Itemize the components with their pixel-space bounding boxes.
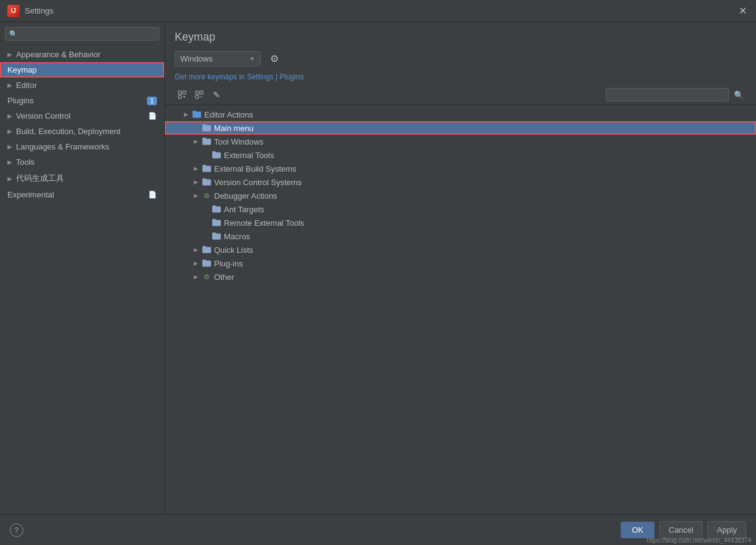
folder-icon: [212, 150, 221, 160]
tree-item-version-control-sys[interactable]: ▶ Version Control Systems: [165, 175, 756, 189]
sidebar-item-build[interactable]: ▶ Build, Execution, Deployment: [0, 124, 164, 139]
content-area: Keymap Windows ▼ ⚙ Get more keymaps in S…: [165, 22, 756, 514]
sidebar-item-plugins[interactable]: Plugins 1: [0, 93, 164, 108]
tree-item-label: External Build Systems: [214, 164, 296, 173]
tree-item-remote-external[interactable]: ▶ Remote External Tools: [165, 216, 756, 229]
vc-icon: 📄: [148, 112, 157, 120]
folder-icon: [202, 258, 212, 268]
keymap-plugins-link[interactable]: Get more keymaps in Settings | Plugins: [175, 73, 304, 81]
tree-arrow-icon: ▶: [192, 165, 199, 172]
sidebar-item-label: Plugins: [7, 96, 34, 105]
sidebar-item-label: Build, Execution, Deployment: [16, 127, 121, 136]
tree-item-plug-ins[interactable]: ▶ Plug-ins: [165, 257, 756, 270]
apply-button[interactable]: Apply: [707, 521, 746, 539]
svg-rect-1: [183, 91, 186, 94]
tree-arrow-icon: ▶: [192, 247, 199, 253]
folder-icon: [202, 137, 212, 146]
tree-arrow-icon: ▶: [192, 179, 199, 185]
help-button[interactable]: ?: [10, 523, 23, 537]
sidebar-item-version-control[interactable]: ▶ Version Control 📄: [0, 108, 164, 124]
svg-rect-6: [200, 91, 203, 94]
tree-item-tool-windows[interactable]: ▶ Tool Windows: [165, 135, 756, 148]
title-bar: IJ Settings ✕: [0, 0, 756, 22]
tree-item-main-menu[interactable]: ▶ Main menu: [165, 121, 756, 135]
content-header: Keymap Windows ▼ ⚙ Get more keymaps in S…: [165, 22, 756, 85]
bottom-left: ?: [10, 523, 23, 537]
tree-item-label: Plug-ins: [214, 259, 243, 268]
sidebar-item-editor[interactable]: ▶ Editor: [0, 78, 164, 93]
experimental-icon: 📄: [148, 191, 157, 199]
tree-arrow-icon: ▶: [192, 193, 199, 199]
folder-icon: [202, 164, 212, 173]
tree-item-label: Remote External Tools: [224, 218, 304, 228]
tree-item-external-tools[interactable]: ▶ External Tools: [165, 148, 756, 162]
tree-item-label: Debugger Actions: [214, 191, 277, 201]
arrow-icon: ▶: [7, 128, 12, 135]
tree-item-debugger-actions[interactable]: ▶ ⚙ Debugger Actions: [165, 189, 756, 202]
folder-icon: [202, 177, 212, 187]
sidebar-item-tools[interactable]: ▶ Tools: [0, 154, 164, 170]
sidebar-search-input[interactable]: [20, 30, 155, 38]
tree-item-label: Tool Windows: [214, 137, 263, 146]
ok-button[interactable]: OK: [621, 522, 655, 538]
keymap-settings-button[interactable]: ⚙: [266, 50, 283, 67]
plugins-badge: 1: [147, 97, 157, 105]
cancel-button[interactable]: Cancel: [659, 521, 702, 539]
sidebar-item-codegen[interactable]: ▶ 代码生成工具: [0, 170, 164, 187]
edit-button[interactable]: ✎: [209, 87, 224, 102]
bottom-bar: ? OK Cancel Apply: [0, 514, 756, 545]
arrow-icon: ▶: [7, 51, 12, 58]
svg-rect-5: [196, 91, 199, 94]
keymap-dropdown[interactable]: Windows ▼: [175, 51, 261, 66]
arrow-icon: ▶: [7, 113, 12, 119]
sidebar-item-keymap[interactable]: Keymap: [0, 62, 164, 78]
window-title: Settings: [25, 6, 54, 15]
tree-item-label: Editor Actions: [204, 110, 253, 119]
keymap-search-button[interactable]: 🔍: [731, 87, 746, 102]
sidebar-item-languages[interactable]: ▶ Languages & Frameworks: [0, 139, 164, 154]
tree-item-quick-lists[interactable]: ▶ Quick Lists: [165, 243, 756, 257]
tree-item-ant-targets[interactable]: ▶ Ant Targets: [165, 202, 756, 216]
tree-arrow-icon: ▶: [192, 274, 199, 280]
sidebar-item-experimental[interactable]: Experimental 📄: [0, 187, 164, 202]
tree-area: ▶ Editor Actions ▶ Main menu: [165, 105, 756, 514]
watermark-text: https://blog.csdn.net/weixin_44438374: [647, 537, 751, 544]
toolbar-left: ✎: [175, 87, 224, 102]
tree-item-label: Macros: [224, 232, 250, 241]
keymap-search-input[interactable]: [606, 88, 729, 101]
tree-item-other[interactable]: ▶ ⚙ Other: [165, 270, 756, 284]
folder-icon: [212, 218, 221, 228]
tree-item-editor-actions[interactable]: ▶ Editor Actions: [165, 108, 756, 121]
folder-icon: [202, 123, 212, 133]
sidebar-item-label: Experimental: [7, 190, 54, 199]
keymap-controls: Windows ▼ ⚙: [175, 50, 746, 67]
arrow-icon: ▶: [7, 143, 12, 150]
tree-item-label: Version Control Systems: [214, 178, 301, 187]
title-bar-left: IJ Settings: [7, 5, 54, 17]
expand-all-button[interactable]: [175, 87, 189, 102]
folder-icon: [212, 204, 221, 214]
sidebar-item-label: Version Control: [16, 111, 71, 121]
sidebar-item-label: Editor: [16, 81, 37, 90]
tree-item-macros[interactable]: ▶ Macros: [165, 229, 756, 243]
keymap-value: Windows: [180, 54, 213, 63]
sidebar-search-wrap[interactable]: 🔍: [5, 27, 159, 41]
sidebar-item-appearance[interactable]: ▶ Appearance & Behavior: [0, 47, 164, 62]
sidebar-item-label: 代码生成工具: [16, 173, 64, 184]
sidebar-nav: ▶ Appearance & Behavior Keymap ▶ Editor …: [0, 46, 164, 514]
tree-item-external-build[interactable]: ▶ External Build Systems: [165, 162, 756, 175]
tree-item-label: Main menu: [214, 124, 253, 133]
gear-colored-icon: ⚙: [202, 272, 212, 282]
arrow-icon: ▶: [7, 159, 12, 165]
sidebar-search-box: 🔍: [0, 22, 164, 46]
svg-rect-2: [178, 95, 181, 98]
dropdown-arrow-icon: ▼: [249, 55, 255, 62]
tree-arrow-icon: ▶: [192, 138, 199, 145]
bottom-right: OK Cancel Apply: [621, 521, 746, 539]
content-title: Keymap: [175, 31, 746, 44]
tree-item-label: Ant Targets: [224, 205, 265, 214]
close-button[interactable]: ✕: [736, 5, 749, 17]
toolbar-right: 🔍: [606, 87, 746, 102]
tree-arrow-icon: ▶: [182, 111, 189, 117]
collapse-all-button[interactable]: [192, 87, 207, 102]
